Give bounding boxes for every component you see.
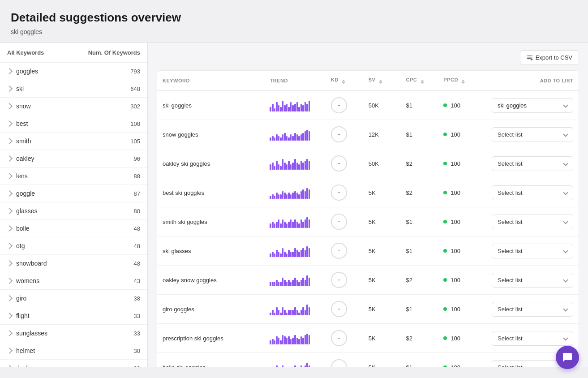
chart-bar — [298, 252, 300, 257]
chart-bar — [294, 307, 296, 315]
chart-bar — [284, 280, 286, 286]
cell-cpc: $1 — [401, 207, 438, 236]
sidebar-item[interactable]: smith 105 — [0, 133, 147, 150]
chart-bar — [282, 248, 284, 257]
chart-bar — [292, 163, 294, 170]
cell-add-to-list: Select list — [486, 120, 579, 149]
col-keyword: KEYWORD — [157, 71, 264, 90]
add-to-list-dropdown[interactable]: Select list — [492, 244, 573, 258]
chart-bar — [274, 253, 276, 257]
sidebar-item[interactable]: snowboard 48 — [0, 255, 147, 272]
sidebar-item[interactable]: helmet 30 — [0, 342, 147, 360]
chart-bar — [306, 217, 308, 228]
sidebar-count-label: 793 — [130, 68, 140, 75]
cell-keyword: giro goggles — [157, 295, 264, 324]
chart-bar — [294, 278, 296, 286]
chart-bar — [300, 365, 302, 367]
chart-bar — [309, 189, 310, 199]
cell-cpc: $1 — [401, 120, 438, 149]
chart-bar — [274, 108, 276, 112]
chart-bar — [288, 161, 290, 170]
sidebar-item[interactable]: giro 38 — [0, 290, 147, 307]
chart-bar — [284, 163, 286, 170]
col-kd[interactable]: KD — [326, 71, 363, 90]
chart-bar — [276, 134, 278, 141]
cell-cpc: $1 — [401, 90, 438, 120]
chart-bar — [309, 365, 310, 367]
cell-cpc: $2 — [401, 266, 438, 295]
list-chevron-icon — [563, 277, 568, 282]
chat-fab-button[interactable] — [556, 346, 579, 367]
chart-bar — [296, 338, 298, 344]
sidebar-item[interactable]: best 108 — [0, 115, 147, 133]
add-to-list-dropdown[interactable]: Select list — [492, 215, 573, 229]
sidebar-item[interactable]: womens 43 — [0, 272, 147, 290]
chart-bar — [309, 131, 310, 141]
keyword-table: KEYWORD TREND KD SV — [157, 71, 579, 367]
chart-bar — [294, 365, 296, 367]
chart-bar — [292, 105, 294, 112]
sidebar-item[interactable]: snow 302 — [0, 98, 147, 115]
chevron-right-icon — [6, 313, 13, 319]
cell-sv: 5K — [363, 266, 401, 295]
add-to-list-dropdown[interactable]: Select list — [492, 156, 573, 171]
sidebar-item[interactable]: ski 648 — [0, 80, 147, 98]
list-chevron-icon — [563, 306, 568, 311]
chart-bar — [270, 137, 271, 141]
col-sv[interactable]: SV — [363, 71, 401, 90]
sidebar-item[interactable]: glasses 80 — [0, 202, 147, 220]
cell-keyword: smith ski goggles — [157, 207, 264, 236]
chart-bar — [300, 280, 302, 286]
list-chevron-icon — [563, 219, 568, 224]
chevron-right-icon — [6, 243, 13, 249]
chart-bar — [280, 340, 282, 344]
cell-kd: - — [326, 324, 363, 353]
sidebar-keyword-label: goggles — [16, 68, 130, 75]
kd-badge: - — [331, 359, 347, 367]
chart-bar — [302, 307, 304, 315]
chart-bar — [282, 335, 284, 344]
col-cpc[interactable]: CPC — [401, 71, 438, 90]
cell-trend — [264, 324, 325, 353]
chart-bar — [294, 159, 296, 170]
ppcd-dot-icon — [443, 278, 447, 282]
sidebar-keyword-label: smith — [16, 137, 130, 145]
chart-bar — [309, 248, 310, 257]
chart-bar — [270, 164, 271, 170]
right-panel: Export to CSV KEYWORD TREND KD — [148, 43, 588, 367]
chevron-right-icon — [6, 208, 13, 214]
chevron-right-icon — [6, 138, 13, 144]
sidebar-count-label: 38 — [134, 295, 140, 302]
table-row: smith ski goggles - 5K $1 100 Select lis… — [157, 207, 579, 236]
add-to-list-dropdown[interactable]: ski goggles — [492, 98, 573, 113]
add-to-list-dropdown[interactable]: Select list — [492, 331, 573, 346]
sidebar-item[interactable]: lens 88 — [0, 168, 147, 185]
sidebar-item[interactable]: sunglasses 33 — [0, 325, 147, 342]
sidebar-item[interactable]: bolle 48 — [0, 220, 147, 237]
col-add-to-list: ADD TO LIST — [486, 71, 579, 90]
sidebar-item[interactable]: goggle 87 — [0, 185, 147, 202]
chart-bar — [302, 248, 304, 257]
chart-bar — [296, 193, 298, 199]
page-subtitle: ski goggles — [11, 28, 577, 35]
add-to-list-dropdown[interactable]: Select list — [492, 127, 573, 142]
sidebar-item[interactable]: oakley 96 — [0, 150, 147, 168]
chart-bar — [296, 250, 298, 257]
export-csv-button[interactable]: Export to CSV — [520, 50, 579, 65]
sidebar-item[interactable]: deck 29 — [0, 360, 147, 367]
chart-bar — [306, 159, 308, 170]
chart-bar — [276, 250, 278, 257]
list-name-label: Select list — [498, 248, 523, 254]
col-ppcd[interactable]: PPCD — [438, 71, 486, 90]
chevron-right-icon — [6, 86, 13, 92]
table-row: prescription ski goggles - 5K $2 100 Sel… — [157, 324, 579, 353]
cell-kd: - — [326, 90, 363, 120]
sidebar-item[interactable]: flight 33 — [0, 307, 147, 325]
add-to-list-dropdown[interactable]: Select list — [492, 185, 573, 200]
sidebar-item[interactable]: goggles 793 — [0, 63, 147, 80]
add-to-list-dropdown[interactable]: Select list — [492, 302, 573, 317]
chart-bar — [296, 222, 298, 228]
add-to-list-dropdown[interactable]: Select list — [492, 273, 573, 288]
trend-chart — [270, 128, 310, 141]
sidebar-item[interactable]: otg 48 — [0, 237, 147, 255]
